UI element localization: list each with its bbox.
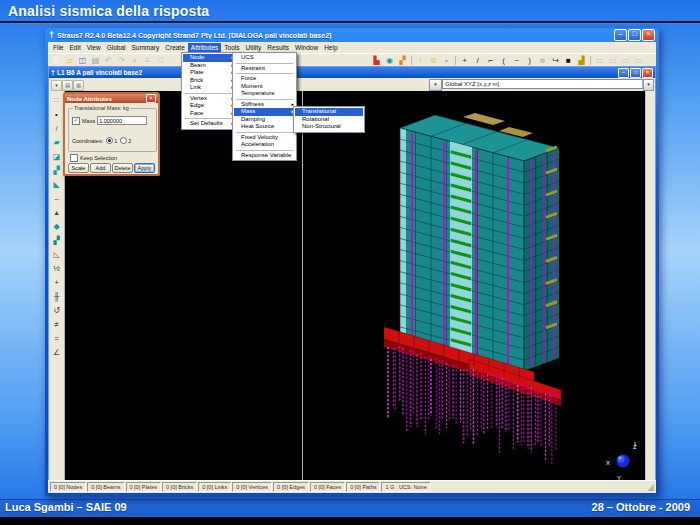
window-controls: ‒□× bbox=[614, 29, 655, 41]
menu-global[interactable]: Global bbox=[104, 43, 129, 53]
menu-item-force[interactable]: Force bbox=[234, 75, 295, 83]
menu-item-mass[interactable]: Mass▸ bbox=[234, 108, 295, 116]
radio-icon bbox=[106, 137, 113, 144]
menu-item-node[interactable]: Node▸ bbox=[183, 54, 235, 62]
menu-item-damping[interactable]: Damping bbox=[234, 116, 295, 124]
toolbar-overflow-dropdown[interactable]: ▼ bbox=[643, 79, 654, 91]
beam-tool-icon[interactable]: / bbox=[50, 122, 64, 135]
zoom-in-icon[interactable]: + bbox=[50, 276, 64, 289]
menu-file[interactable]: File bbox=[50, 43, 66, 53]
menu-item-restraint[interactable]: Restraint bbox=[234, 65, 295, 73]
menu-utility[interactable]: Utility bbox=[242, 43, 264, 53]
menu-item-moment[interactable]: Moment bbox=[234, 83, 295, 91]
model-window-titlebar[interactable]: † L1 B6 A pali vincolati base2 ‒□× bbox=[49, 67, 655, 78]
rotate-icon[interactable]: ↺ bbox=[50, 304, 64, 317]
coordinate-radio-1[interactable]: 1 bbox=[106, 137, 117, 144]
angle-icon[interactable]: ∠ bbox=[50, 346, 64, 359]
straus7-logo-icon: † bbox=[49, 31, 54, 40]
menu-view[interactable]: View bbox=[84, 43, 104, 53]
menu-item-heat-source[interactable]: Heat Source bbox=[234, 123, 295, 131]
maximize-button[interactable]: □ bbox=[630, 68, 641, 78]
maximize-button[interactable]: □ bbox=[628, 29, 641, 41]
menu-separator bbox=[236, 150, 293, 151]
entity-toggle-icon[interactable]: ▤ bbox=[62, 80, 73, 91]
resize-grip[interactable] bbox=[647, 484, 654, 491]
view-toolbar: ▾▤▥ ▼ Global XYZ [x,y,z m] ▼ ▼ bbox=[49, 78, 655, 92]
ucs-combo-value: Global XYZ [x,y,z m] bbox=[445, 80, 499, 88]
menu-item-temperature[interactable]: Temperature bbox=[234, 90, 295, 98]
menu-separator bbox=[236, 73, 293, 74]
menu-item-non-structural[interactable]: Non-Structural bbox=[295, 123, 363, 131]
menu-item-vertex[interactable]: Vertex▸ bbox=[183, 95, 235, 103]
measure-icon[interactable]: ◺ bbox=[50, 248, 64, 261]
menu-item-beam[interactable]: Beam▸ bbox=[183, 62, 235, 70]
divider-icon[interactable]: ‒ bbox=[50, 192, 64, 205]
dialog-titlebar[interactable]: Node Attributes × bbox=[65, 94, 158, 103]
coordinate-radio-2[interactable]: 2 bbox=[120, 137, 131, 144]
presentation-slide: Analisi sismica della risposta † Straus7… bbox=[0, 0, 700, 525]
scale-button[interactable]: Scale bbox=[68, 163, 89, 173]
translational-mass-group: Translational Mass: kg ✓ Mass Coordinate… bbox=[68, 108, 157, 152]
menu-item-translational[interactable]: Translational bbox=[295, 108, 363, 116]
menu-item-brick[interactable]: Brick▸ bbox=[183, 77, 235, 85]
view-preset-icon[interactable]: ▾ bbox=[51, 80, 62, 91]
view-dropdown[interactable]: ▼ bbox=[429, 79, 442, 91]
status-segment: 0 [0] Bricks bbox=[162, 482, 197, 492]
menu-create[interactable]: Create bbox=[162, 43, 188, 53]
status-segment: 0 [0] Vertices bbox=[232, 482, 272, 492]
equal-icon[interactable]: = bbox=[50, 332, 64, 345]
apply-button[interactable]: Apply bbox=[134, 163, 155, 173]
dialog-close-icon[interactable]: × bbox=[146, 94, 156, 103]
menu-window[interactable]: Window bbox=[292, 43, 321, 53]
menu-item-response-variable[interactable]: Response Variable bbox=[234, 152, 295, 160]
status-segment: 0 [0] Edges bbox=[273, 482, 309, 492]
attributes-menu: Node▸Beam▸Plate▸Brick▸Link▸Vertex▸Edge▸F… bbox=[181, 52, 237, 130]
selection-grid-icon[interactable]: ∷ bbox=[50, 94, 64, 107]
menu-item-ucs[interactable]: UCS bbox=[234, 54, 295, 62]
model-window-controls: ‒□× bbox=[618, 68, 653, 78]
menu-item-link[interactable]: Link▸ bbox=[183, 84, 235, 92]
menu-item-acceleration[interactable]: Acceleration bbox=[234, 141, 295, 149]
menu-edit[interactable]: Edit bbox=[66, 43, 83, 53]
minimize-button[interactable]: ‒ bbox=[618, 68, 629, 78]
menu-item-fixed-velocity[interactable]: Fixed Velocity bbox=[234, 134, 295, 142]
menu-attributes[interactable]: Attributes bbox=[188, 43, 221, 53]
menu-summary[interactable]: Summary bbox=[128, 43, 162, 53]
menu-item-rotational[interactable]: Rotational bbox=[295, 116, 363, 124]
select-brick-icon[interactable]: ▞ bbox=[50, 234, 64, 247]
brick-tool-icon[interactable]: ◪ bbox=[50, 150, 64, 163]
bottom-bar bbox=[0, 517, 700, 525]
scale-icon[interactable]: ½ bbox=[50, 262, 64, 275]
face-tool-icon[interactable]: ◣ bbox=[50, 178, 64, 191]
mass-checkbox[interactable]: ✓ bbox=[72, 117, 80, 125]
menu-item-edge[interactable]: Edge▸ bbox=[183, 102, 235, 110]
close-button[interactable]: × bbox=[642, 29, 655, 41]
app-titlebar[interactable]: † Straus7 R2.4.0 Beta12.4 Copyright Stra… bbox=[47, 29, 657, 41]
node-tool-icon[interactable]: • bbox=[50, 108, 64, 121]
dialog-title: Node Attributes bbox=[67, 96, 146, 102]
add-button[interactable]: Add bbox=[90, 163, 111, 173]
grid-icon[interactable]: ╫ bbox=[50, 290, 64, 303]
model-window-title: L1 B6 A pali vincolati base2 bbox=[57, 69, 616, 76]
menu-item-plate[interactable]: Plate▸ bbox=[183, 69, 235, 77]
plate-tool-icon[interactable]: ▰ bbox=[50, 136, 64, 149]
delete-button[interactable]: Delete bbox=[112, 163, 133, 173]
ucs-combo[interactable]: Global XYZ [x,y,z m] ▼ bbox=[442, 79, 653, 89]
minimize-button[interactable]: ‒ bbox=[614, 29, 627, 41]
menu-help[interactable]: Help bbox=[321, 43, 340, 53]
select-plate-icon[interactable]: ◆ bbox=[50, 220, 64, 233]
link-tool-icon[interactable]: ▞ bbox=[50, 164, 64, 177]
menu-tools[interactable]: Tools bbox=[221, 43, 242, 53]
align-icon[interactable]: ≠ bbox=[50, 318, 64, 331]
menu-separator bbox=[185, 118, 233, 119]
menu-item-set-defaults[interactable]: Set Defaults▸ bbox=[183, 120, 235, 128]
keep-selection-checkbox[interactable]: ✓ bbox=[70, 154, 78, 162]
right-panel-strip bbox=[645, 91, 655, 480]
close-button[interactable]: × bbox=[642, 68, 653, 78]
mass-value-input[interactable] bbox=[97, 116, 147, 125]
menu-item-stiffness[interactable]: Stiffness▸ bbox=[234, 101, 295, 109]
menu-results[interactable]: Results bbox=[264, 43, 292, 53]
select-node-icon[interactable]: ▴ bbox=[50, 206, 64, 219]
render-mode-icon[interactable]: ▥ bbox=[73, 80, 84, 91]
menu-item-face[interactable]: Face▸ bbox=[183, 110, 235, 118]
